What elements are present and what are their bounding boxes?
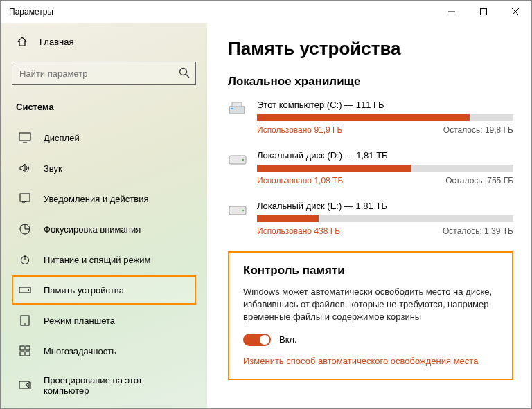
nav-sound[interactable]: Звук [12, 154, 196, 183]
minimize-button[interactable] [436, 1, 468, 23]
storage-sense-desc: Windows может автоматически освободить м… [243, 286, 498, 324]
svg-point-26 [242, 210, 244, 211]
used-label: Использовано 91,9 ГБ [257, 125, 342, 135]
page-title: Память устройства [228, 38, 513, 60]
home-icon [16, 35, 28, 48]
nav-label: Дисплей [44, 133, 80, 143]
svg-point-14 [24, 323, 26, 325]
usage-bar [257, 215, 513, 222]
nav-storage[interactable]: Память устройства [12, 275, 196, 305]
nav-label: Фокусировка внимания [44, 224, 141, 235]
svg-rect-20 [229, 107, 245, 113]
nav-label: Многозадачность [44, 346, 116, 356]
nav-focus[interactable]: Фокусировка внимания [12, 215, 196, 244]
used-label: Использовано 1,08 ТБ [257, 176, 343, 185]
notification-icon [19, 192, 31, 205]
svg-rect-8 [20, 194, 30, 201]
titlebar: Параметры [1, 1, 531, 23]
content-pane: Память устройства Локальное хранилище Эт… [207, 23, 531, 408]
search-box[interactable] [12, 62, 196, 85]
usage-bar [257, 165, 513, 172]
nav-label: Проецирование на этот компьютер [44, 375, 189, 396]
drive-title: Локальный диск (E:) — 1,81 ТБ [257, 201, 513, 211]
display-icon [19, 131, 31, 144]
svg-rect-15 [20, 346, 24, 350]
nav-label: Питание и спящий режим [44, 255, 150, 265]
multitask-icon [19, 345, 31, 357]
change-cleanup-link[interactable]: Изменить способ автоматического освобожд… [243, 356, 498, 366]
svg-rect-22 [232, 102, 242, 107]
nav-label: Режим планшета [44, 316, 115, 326]
focus-icon [19, 223, 31, 235]
drive-icon [228, 152, 247, 167]
drive-row[interactable]: Этот компьютер (C:) — 111 ГБИспользовано… [228, 100, 513, 135]
nav-label: Звук [44, 163, 62, 174]
svg-rect-17 [20, 352, 24, 356]
svg-point-12 [28, 289, 29, 291]
home-label: Главная [39, 37, 73, 47]
remaining-label: Осталось: 1,39 ТБ [443, 226, 513, 236]
sound-icon [19, 162, 31, 174]
home-nav[interactable]: Главная [12, 30, 196, 53]
svg-rect-16 [26, 346, 30, 350]
project-icon [19, 379, 31, 392]
search-icon [178, 66, 190, 79]
close-button[interactable] [499, 1, 531, 23]
window-title: Параметры [9, 7, 53, 17]
svg-point-4 [180, 69, 187, 75]
drive-icon [228, 202, 247, 217]
tablet-icon [19, 314, 31, 327]
sidebar: Главная Система Дисплей Звук Уве [1, 23, 207, 408]
usage-bar [257, 114, 513, 121]
svg-rect-6 [19, 133, 30, 140]
drive-icon [228, 101, 247, 116]
svg-line-5 [186, 75, 190, 78]
nav-tablet[interactable]: Режим планшета [12, 306, 196, 335]
nav-projecting[interactable]: Проецирование на этот компьютер [12, 367, 196, 404]
svg-point-24 [242, 159, 244, 161]
svg-rect-19 [19, 381, 29, 388]
storage-sense-toggle[interactable] [243, 334, 271, 346]
nav-label: Уведомления и действия [44, 194, 149, 204]
svg-rect-18 [26, 352, 30, 356]
nav-notifications[interactable]: Уведомления и действия [12, 184, 196, 213]
storage-sense-box: Контроль памяти Windows может автоматиче… [228, 251, 513, 380]
remaining-label: Осталось: 19,8 ГБ [443, 125, 513, 135]
used-label: Использовано 438 ГБ [257, 226, 340, 236]
maximize-button[interactable] [468, 1, 499, 23]
svg-rect-21 [231, 108, 233, 109]
drive-title: Локальный диск (D:) — 1,81 ТБ [257, 150, 513, 161]
nav-power[interactable]: Питание и спящий режим [12, 245, 196, 274]
nav-label: Память устройства [44, 285, 124, 296]
drive-title: Этот компьютер (C:) — 111 ГБ [257, 100, 513, 110]
toggle-label: Вкл. [279, 334, 297, 345]
svg-rect-1 [481, 9, 487, 15]
power-icon [19, 253, 31, 266]
remaining-label: Осталось: 755 ГБ [445, 176, 513, 185]
nav-multitask[interactable]: Многозадачность [12, 336, 196, 365]
storage-sense-title: Контроль памяти [243, 264, 498, 278]
drive-row[interactable]: Локальный диск (E:) — 1,81 ТБИспользован… [228, 201, 513, 236]
local-storage-heading: Локальное хранилище [228, 75, 513, 89]
settings-window: Параметры Главная Система Дисплей [0, 0, 532, 409]
nav-display[interactable]: Дисплей [12, 123, 196, 152]
search-input[interactable] [12, 62, 196, 85]
section-title: Система [12, 98, 196, 122]
drive-row[interactable]: Локальный диск (D:) — 1,81 ТБИспользован… [228, 150, 513, 185]
storage-icon [19, 284, 31, 296]
